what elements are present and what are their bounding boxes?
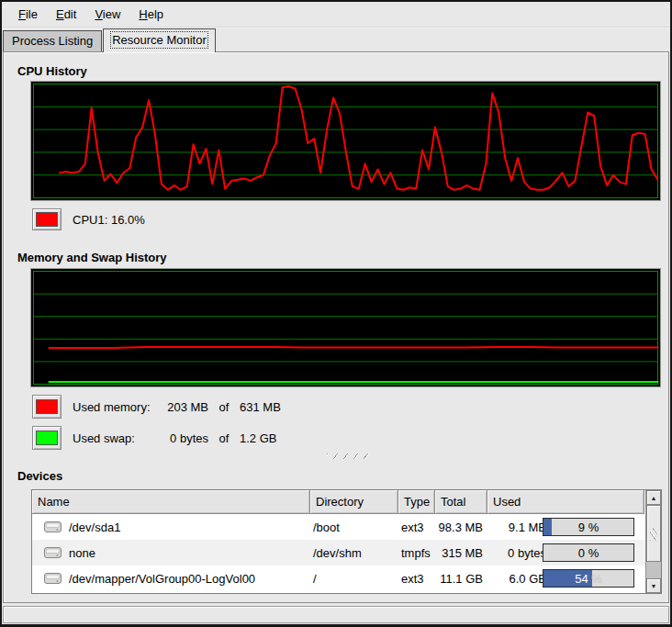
usage-progress-fill: 54 % xyxy=(543,570,592,587)
device-name: /dev/sda1 xyxy=(69,514,120,540)
devices-table-header: NameDirectoryTypeTotalUsed xyxy=(32,490,646,514)
devices-rows: /dev/sda1/bootext398.3 MB9.1 MB9 %9 %non… xyxy=(32,514,646,593)
device-used: 9.1 MB xyxy=(487,514,546,540)
menubar: FileEditViewHelp xyxy=(2,2,670,27)
cpu-legend-label: CPU1: 16.0% xyxy=(73,213,145,227)
table-row[interactable]: none/dev/shmtmpfs315 MB0 bytes0 %0 % xyxy=(32,540,646,565)
usage-progress-bar: 54 %54 % xyxy=(543,569,634,588)
device-directory: /dev/shm xyxy=(313,540,362,565)
usage-progress-bar: 0 %0 % xyxy=(543,543,634,562)
table-row[interactable]: /dev/mapper/VolGroup00-LogVol00/ext311.1… xyxy=(32,565,646,591)
tab-bar: Process Listing Resource Monitor xyxy=(3,28,217,52)
swap-color-swatch xyxy=(36,431,58,445)
memory-color-swatch xyxy=(36,399,58,414)
status-bar xyxy=(3,606,669,623)
column-header-directory[interactable]: Directory xyxy=(310,490,398,514)
devices-title: Devices xyxy=(17,469,62,483)
device-total: 11.1 GB xyxy=(435,565,483,591)
scrollbar-thumb[interactable] xyxy=(646,505,661,562)
menu-mnemonic: V xyxy=(95,7,102,21)
of-text: of xyxy=(214,400,234,414)
pane-resize-grip[interactable] xyxy=(327,453,369,459)
menu-view[interactable]: View xyxy=(85,4,129,25)
usage-percent-label: 9 % xyxy=(543,519,633,535)
total-memory-value: 631 MB xyxy=(240,400,281,414)
device-name: none xyxy=(69,540,95,565)
tab-label: Resource Monitor xyxy=(112,33,207,47)
vertical-scrollbar[interactable]: ▲ ▼ xyxy=(645,490,661,593)
used-swap-text: Used swap:0 bytesof1.2 GB xyxy=(73,431,276,445)
cpu-color-swatch xyxy=(36,212,58,227)
drive-icon xyxy=(44,514,62,540)
usage-percent-label: 54 % xyxy=(543,570,592,587)
drive-icon xyxy=(44,565,62,591)
memory-history-title: Memory and Swap History xyxy=(17,251,167,264)
menu-mnemonic: E xyxy=(56,7,64,21)
resource-monitor-page: CPU History CPU1: 16.0% Memory and Swap … xyxy=(3,51,669,603)
device-type: ext3 xyxy=(401,514,424,540)
menu-label: elp xyxy=(148,7,163,21)
used-swap-label: Used swap: xyxy=(73,431,161,445)
drive-icon xyxy=(44,540,62,565)
used-swap-value: 0 bytes xyxy=(161,431,208,445)
menu-mnemonic: F xyxy=(18,7,26,21)
device-directory: / xyxy=(313,565,317,591)
total-swap-value: 1.2 GB xyxy=(240,431,276,445)
cpu-history-chart xyxy=(30,81,661,201)
menu-file[interactable]: File xyxy=(9,4,47,25)
device-total: 98.3 MB xyxy=(435,514,483,540)
cpu-legend: CPU1: 16.0% xyxy=(32,208,145,230)
tab-label: Process Listing xyxy=(12,34,93,48)
device-name: /dev/mapper/VolGroup00-LogVol00 xyxy=(69,565,255,591)
device-type: ext3 xyxy=(401,565,424,591)
swap-color-button[interactable] xyxy=(32,426,62,450)
scroll-up-arrow-icon[interactable]: ▲ xyxy=(646,490,661,505)
app-window: FileEditViewHelp Process Listing Resourc… xyxy=(0,0,672,627)
column-header-total[interactable]: Total xyxy=(435,490,487,514)
table-row[interactable]: /dev/sda1/bootext398.3 MB9.1 MB9 %9 % xyxy=(32,514,646,540)
cpu-history-plot xyxy=(31,82,660,200)
used-swap-legend: Used swap:0 bytesof1.2 GB xyxy=(32,426,276,450)
device-type: tmpfs xyxy=(401,540,431,565)
tab-resource-monitor[interactable]: Resource Monitor xyxy=(103,28,216,52)
memory-history-plot xyxy=(31,269,660,386)
used-memory-legend: Used memory:203 MBof631 MB xyxy=(32,395,281,419)
tab-process-listing[interactable]: Process Listing xyxy=(3,30,102,52)
device-total: 315 MB xyxy=(435,540,483,565)
used-memory-label: Used memory: xyxy=(73,400,161,414)
menu-label: ile xyxy=(26,7,38,21)
used-memory-value: 203 MB xyxy=(161,400,208,414)
used-memory-text: Used memory:203 MBof631 MB xyxy=(73,400,281,414)
device-used: 0 bytes xyxy=(487,540,546,565)
menu-label: iew xyxy=(103,7,121,21)
usage-progress-bar: 9 %9 % xyxy=(543,518,634,536)
menu-label: dit xyxy=(64,7,77,21)
usage-percent-label: 9 % xyxy=(543,519,552,535)
memory-history-chart xyxy=(30,268,661,387)
usage-progress-fill: 9 % xyxy=(543,519,552,535)
column-header-type[interactable]: Type xyxy=(398,490,435,514)
column-header-name[interactable]: Name xyxy=(32,490,310,514)
scrollbar-grip-icon xyxy=(650,528,657,541)
memory-color-button[interactable] xyxy=(32,395,62,419)
scroll-down-arrow-icon[interactable]: ▼ xyxy=(646,578,661,593)
column-header-used[interactable]: Used xyxy=(487,490,644,514)
menu-help[interactable]: Help xyxy=(129,4,173,25)
usage-percent-label: 0 % xyxy=(543,544,633,561)
menu-edit[interactable]: Edit xyxy=(47,4,85,25)
menu-mnemonic: H xyxy=(139,7,147,21)
cpu-color-button[interactable] xyxy=(32,208,62,230)
device-used: 6.0 GB xyxy=(487,565,546,591)
cpu-history-title: CPU History xyxy=(17,64,87,78)
of-text: of xyxy=(214,431,234,445)
device-directory: /boot xyxy=(313,514,340,540)
devices-table: NameDirectoryTypeTotalUsed /dev/sda1/boo… xyxy=(31,489,662,594)
